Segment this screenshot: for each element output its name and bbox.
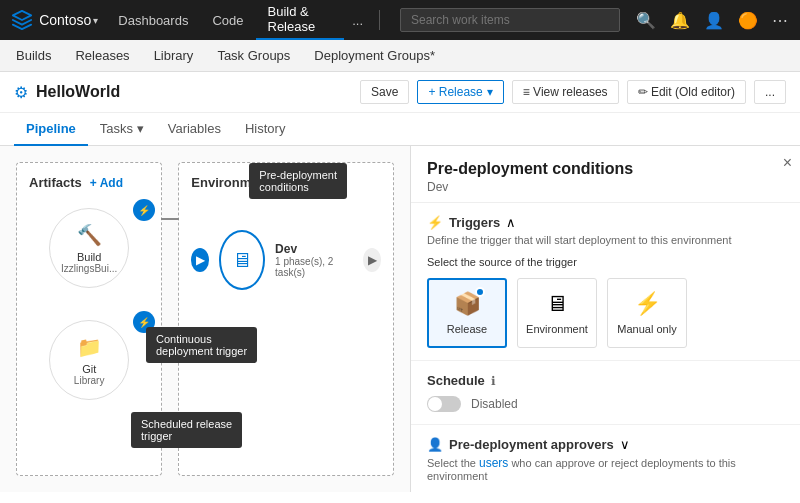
environment-option-label: Environment [526,323,588,335]
release-button[interactable]: + Release ▾ [417,80,503,104]
trigger-release-icon-wrapper: 📦 [454,291,481,317]
connector-line [161,218,179,220]
schedule-section-name: Schedule [427,373,485,388]
view-releases-button[interactable]: ≡ View releases [512,80,619,104]
tab-tasks[interactable]: Tasks ▾ [88,113,156,146]
tab-variables[interactable]: Variables [156,113,233,146]
more-actions-button[interactable]: ... [754,80,786,104]
build-sublabel: IzzlingsBui... [61,263,117,274]
postdeployment-trigger-icon[interactable]: ▶ [363,248,381,272]
top-nav-icons: 🔍 🔔 👤 🟠 ⋯ [632,7,792,34]
triggers-section-header: ⚡ Triggers ∧ [427,215,784,230]
triggers-chevron-icon[interactable]: ∧ [506,215,516,230]
continuous-deployment-callout: Continuousdeployment trigger [146,327,257,363]
toggle-thumb [428,397,442,411]
dev-env-sublabel: 1 phase(s), 2 task(s) [275,256,343,278]
edit-button[interactable]: ✏ Edit (Old editor) [627,80,746,104]
user-icon[interactable]: 👤 [700,7,728,34]
environment-trigger-icon: 🖥 [546,291,568,317]
schedule-section-header: Schedule ℹ [427,373,784,388]
add-artifact-button[interactable]: + Add [90,176,123,190]
avatar[interactable]: 🟠 [734,7,762,34]
approvers-description: Select the users Select the users who ca… [427,456,784,482]
sub-navigation: Builds Releases Library Task Groups Depl… [0,40,800,72]
dev-env-icon: 🖥 [232,249,252,272]
predeployment-trigger-icon[interactable]: ▶ [191,248,209,272]
subnav-builds[interactable]: Builds [12,40,55,71]
trigger-manual-option[interactable]: ⚡ Manual only [607,278,687,348]
page-header: ⚙ HelloWorld Save + Release ▾ ≡ View rel… [0,72,800,113]
manual-trigger-icon: ⚡ [634,291,661,317]
artifacts-section-title: Artifacts + Add [29,175,149,190]
triggers-icon: ⚡ [427,215,443,230]
trigger-environment-option[interactable]: 🖥 Environment [517,278,597,348]
tab-history[interactable]: History [233,113,297,146]
schedule-toggle[interactable] [427,396,461,412]
git-label: Git [82,363,96,375]
approvers-chevron-icon[interactable]: ∨ [620,437,630,452]
settings-icon[interactable]: ⋯ [768,7,792,34]
trigger-options: 📦 Release 🖥 Environment ⚡ Manual only [427,278,784,348]
triggers-description: Define the trigger that will start deplo… [427,234,784,246]
search-icon[interactable]: 🔍 [632,7,660,34]
nav-dashboards[interactable]: Dashboards [106,0,200,40]
build-trigger-badge[interactable]: ⚡ [133,199,155,221]
trigger-select-label: Select the source of the trigger [427,256,784,268]
triggers-section: ⚡ Triggers ∧ Define the trigger that wil… [411,203,800,361]
search-input[interactable] [400,8,620,32]
predeployment-callout: Pre-deploymentconditions [249,163,347,199]
trigger-release-option[interactable]: 📦 Release [427,278,507,348]
release-button-label: + Release [428,85,482,99]
approvers-icon: 👤 [427,437,443,452]
nav-divider [379,10,380,30]
approvers-section-header: 👤 Pre-deployment approvers ∨ [427,437,784,452]
pipeline-canvas: Artifacts + Add 🔨 Build IzzlingsBui... ⚡… [0,146,410,492]
org-chevron-icon[interactable]: ▾ [93,15,98,26]
git-sublabel: Library [74,375,105,386]
subnav-deployment-groups[interactable]: Deployment Groups* [310,40,439,71]
pipeline-tabs: Pipeline Tasks ▾ Variables History [0,113,800,146]
release-option-label: Release [447,323,487,335]
panel-subtitle: Dev [427,180,784,194]
release-selected-dot [475,287,485,297]
approvers-section: 👤 Pre-deployment approvers ∨ Select the … [411,425,800,492]
subnav-releases[interactable]: Releases [71,40,133,71]
approvers-link[interactable]: users [479,456,508,470]
approvers-section-name: Pre-deployment approvers [449,437,614,452]
triggers-section-name: Triggers [449,215,500,230]
page-title-area: ⚙ HelloWorld [14,83,120,102]
schedule-section: Schedule ℹ Disabled [411,361,800,425]
tab-pipeline[interactable]: Pipeline [14,113,88,146]
schedule-row: Disabled [427,396,784,412]
main-content: Artifacts + Add 🔨 Build IzzlingsBui... ⚡… [0,146,800,492]
dev-env-info: Dev 1 phase(s), 2 task(s) [275,242,343,278]
build-artifact-node[interactable]: 🔨 Build IzzlingsBui... [49,208,129,288]
nav-links: Dashboards Code Build & Release ... [106,0,371,40]
page-title: HelloWorld [36,83,120,101]
nav-build-release[interactable]: Build & Release [256,0,345,40]
schedule-status-label: Disabled [471,397,518,411]
save-button[interactable]: Save [360,80,409,104]
dev-env-label: Dev [275,242,343,256]
manual-option-label: Manual only [617,323,676,335]
tab-tasks-label: Tasks ▾ [100,121,144,136]
page-actions: Save + Release ▾ ≡ View releases ✏ Edit … [360,80,786,104]
git-artifact-node[interactable]: 📁 Git Library [49,320,129,400]
continuous-callout-text: Continuousdeployment trigger [156,333,247,357]
panel-title: Pre-deployment conditions [427,160,784,178]
schedule-info-icon: ℹ [491,374,496,388]
build-icon: 🔨 [77,223,102,247]
dev-environment-node[interactable]: 🖥 [219,230,265,290]
pipeline-icon: ⚙ [14,83,28,102]
org-name[interactable]: Contoso [39,12,91,28]
app-icon[interactable] [8,5,35,35]
search-box [400,8,620,32]
nav-code[interactable]: Code [200,0,255,40]
build-label: Build [77,251,101,263]
nav-more[interactable]: ... [344,13,371,28]
subnav-task-groups[interactable]: Task Groups [213,40,294,71]
close-panel-button[interactable]: × [783,154,792,172]
notification-icon[interactable]: 🔔 [666,7,694,34]
panel-header: Pre-deployment conditions Dev [411,146,800,203]
subnav-library[interactable]: Library [150,40,198,71]
